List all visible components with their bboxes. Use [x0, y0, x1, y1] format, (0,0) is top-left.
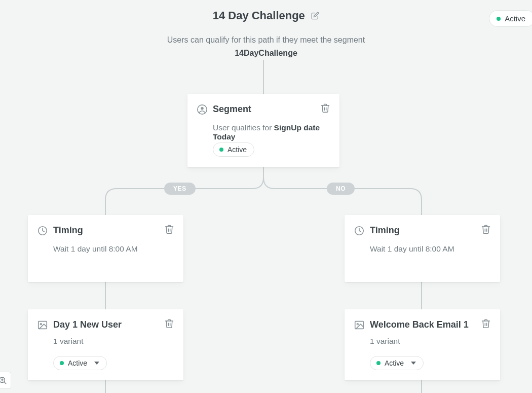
email-node-left[interactable]: Day 1 New User 1 variant Active — [28, 309, 183, 380]
caret-down-icon — [94, 361, 99, 366]
branch-yes-pill: YES — [164, 183, 196, 195]
image-icon — [354, 319, 365, 331]
clock-icon — [354, 225, 365, 236]
delete-timing-left-button[interactable] — [164, 224, 174, 234]
clock-icon — [37, 225, 48, 236]
timing-node-left-title: Timing — [53, 225, 83, 236]
trash-icon — [481, 318, 491, 329]
page-title: 14 Day Challenge — [213, 9, 305, 22]
branch-no-pill: NO — [327, 183, 355, 195]
subtitle-prefix: Users can qualify for this path if they … — [167, 35, 365, 44]
zoom-in-button[interactable] — [0, 372, 11, 389]
email-left-title: Day 1 New User — [53, 319, 122, 330]
qualification-subtitle: Users can qualify for this path if they … — [0, 35, 532, 58]
segment-node[interactable]: Segment User qualifies for SignUp date T… — [187, 94, 339, 167]
trash-icon — [164, 318, 174, 329]
timing-left-description: Wait 1 day until 8:00 AM — [53, 244, 138, 254]
zoom-in-icon — [0, 376, 7, 385]
svg-point-7 — [357, 324, 358, 325]
delete-email-right-button[interactable] — [481, 318, 491, 329]
segment-node-description: User qualifies for SignUp date Today — [213, 123, 339, 141]
edit-title-button[interactable] — [311, 12, 319, 20]
trash-icon — [164, 224, 174, 234]
svg-point-1 — [201, 107, 204, 110]
delete-email-left-button[interactable] — [164, 318, 174, 329]
delete-segment-button[interactable] — [320, 103, 330, 113]
email-right-status-chip[interactable]: Active — [370, 356, 424, 370]
segment-name: 14DayChallenge — [0, 49, 532, 58]
trash-icon — [320, 103, 330, 113]
email-left-variants: 1 variant — [53, 337, 83, 346]
status-dot-icon — [219, 148, 223, 152]
svg-point-5 — [40, 324, 42, 325]
status-dot-icon — [376, 361, 381, 365]
email-node-right[interactable]: Welcome Back Email 1 1 variant Active — [345, 309, 500, 380]
segment-node-title: Segment — [213, 104, 251, 115]
workflow-canvas: 14 Day Challenge Users can qualify for t… — [0, 0, 532, 393]
delete-timing-right-button[interactable] — [481, 224, 491, 234]
status-dot-icon — [497, 17, 501, 21]
timing-node-left[interactable]: Timing Wait 1 day until 8:00 AM — [28, 215, 183, 282]
timing-right-description: Wait 1 day until 8:00 AM — [370, 244, 454, 254]
segment-status-chip[interactable]: Active — [213, 142, 254, 157]
trash-icon — [481, 224, 491, 234]
status-dot-icon — [60, 361, 64, 365]
email-right-variants: 1 variant — [370, 337, 400, 346]
svg-line-9 — [4, 382, 6, 383]
email-right-title: Welcome Back Email 1 — [370, 319, 469, 330]
workflow-status-label: Active — [505, 14, 525, 23]
email-left-status-chip[interactable]: Active — [53, 356, 107, 370]
timing-node-right[interactable]: Timing Wait 1 day until 8:00 AM — [345, 215, 500, 282]
image-icon — [37, 319, 48, 331]
caret-down-icon — [411, 361, 416, 366]
timing-node-right-title: Timing — [370, 225, 400, 236]
pencil-icon — [311, 12, 319, 20]
workflow-status-pill[interactable]: Active — [489, 10, 532, 27]
user-circle-icon — [197, 104, 208, 115]
